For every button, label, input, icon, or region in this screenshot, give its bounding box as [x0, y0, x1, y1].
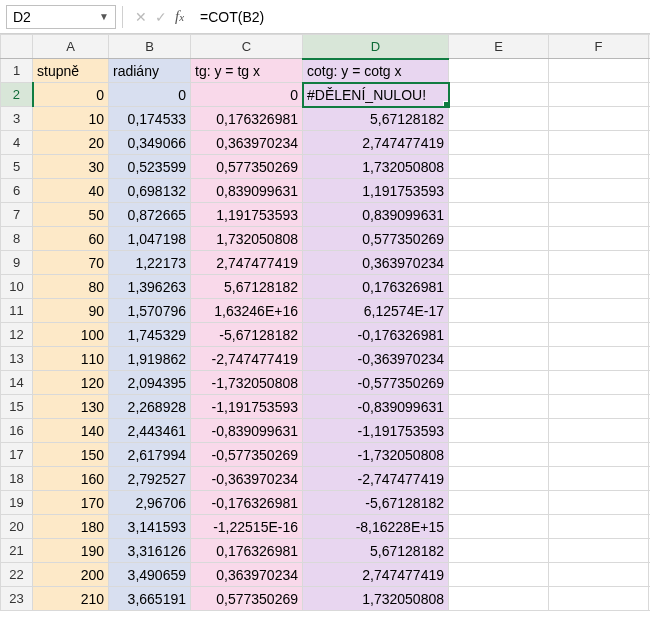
formula-input[interactable]: [196, 5, 644, 29]
cell-D6[interactable]: 1,191753593: [303, 179, 449, 203]
cell-F19[interactable]: [549, 491, 649, 515]
cell-B13[interactable]: 1,919862: [109, 347, 191, 371]
cell-B18[interactable]: 2,792527: [109, 467, 191, 491]
cell-D17[interactable]: -1,732050808: [303, 443, 449, 467]
cell-A10[interactable]: 80: [33, 275, 109, 299]
cell-F23[interactable]: [549, 587, 649, 611]
cell-E11[interactable]: [449, 299, 549, 323]
cell-E9[interactable]: [449, 251, 549, 275]
cell-A17[interactable]: 150: [33, 443, 109, 467]
cell-E6[interactable]: [449, 179, 549, 203]
cell-B8[interactable]: 1,047198: [109, 227, 191, 251]
row-header[interactable]: 4: [1, 131, 33, 155]
col-header-F[interactable]: F: [549, 35, 649, 59]
cell-B22[interactable]: 3,490659: [109, 563, 191, 587]
cell-F22[interactable]: [549, 563, 649, 587]
cell-A8[interactable]: 60: [33, 227, 109, 251]
cell-D1[interactable]: cotg: y = cotg x: [303, 59, 449, 83]
cell-C14[interactable]: -1,732050808: [191, 371, 303, 395]
cell-A13[interactable]: 110: [33, 347, 109, 371]
cell-A16[interactable]: 140: [33, 419, 109, 443]
cell-D14[interactable]: -0,577350269: [303, 371, 449, 395]
cell-B6[interactable]: 0,698132: [109, 179, 191, 203]
cell-C7[interactable]: 1,191753593: [191, 203, 303, 227]
row-header[interactable]: 13: [1, 347, 33, 371]
cell-E19[interactable]: [449, 491, 549, 515]
cell-B12[interactable]: 1,745329: [109, 323, 191, 347]
cell-C11[interactable]: 1,63246E+16: [191, 299, 303, 323]
cell-E23[interactable]: [449, 587, 549, 611]
cell-E17[interactable]: [449, 443, 549, 467]
cell-C3[interactable]: 0,176326981: [191, 107, 303, 131]
cell-B19[interactable]: 2,96706: [109, 491, 191, 515]
cell-B5[interactable]: 0,523599: [109, 155, 191, 179]
cell-A21[interactable]: 190: [33, 539, 109, 563]
cell-F11[interactable]: [549, 299, 649, 323]
cell-C5[interactable]: 0,577350269: [191, 155, 303, 179]
cell-F21[interactable]: [549, 539, 649, 563]
cell-E21[interactable]: [449, 539, 549, 563]
name-box[interactable]: D2 ▼: [6, 5, 116, 29]
cell-E10[interactable]: [449, 275, 549, 299]
cell-C15[interactable]: -1,191753593: [191, 395, 303, 419]
cell-E2[interactable]: [449, 83, 549, 107]
cell-E4[interactable]: [449, 131, 549, 155]
cell-B16[interactable]: 2,443461: [109, 419, 191, 443]
cell-F20[interactable]: [549, 515, 649, 539]
cell-F3[interactable]: [549, 107, 649, 131]
cell-E3[interactable]: [449, 107, 549, 131]
cell-C23[interactable]: 0,577350269: [191, 587, 303, 611]
cell-D7[interactable]: 0,839099631: [303, 203, 449, 227]
cell-A4[interactable]: 20: [33, 131, 109, 155]
cell-C19[interactable]: -0,176326981: [191, 491, 303, 515]
cell-E14[interactable]: [449, 371, 549, 395]
chevron-down-icon[interactable]: ▼: [99, 11, 109, 22]
cell-A20[interactable]: 180: [33, 515, 109, 539]
cell-D2[interactable]: #DĚLENÍ_NULOU!: [303, 83, 449, 107]
cell-E1[interactable]: [449, 59, 549, 83]
cell-F4[interactable]: [549, 131, 649, 155]
cell-B3[interactable]: 0,174533: [109, 107, 191, 131]
cell-E5[interactable]: [449, 155, 549, 179]
col-header-D[interactable]: D: [303, 35, 449, 59]
cell-D12[interactable]: -0,176326981: [303, 323, 449, 347]
cell-C16[interactable]: -0,839099631: [191, 419, 303, 443]
cell-D15[interactable]: -0,839099631: [303, 395, 449, 419]
cell-C13[interactable]: -2,747477419: [191, 347, 303, 371]
spreadsheet-grid[interactable]: A B C D E F G 1stupněradiánytg: y = tg x…: [0, 34, 650, 611]
cell-B20[interactable]: 3,141593: [109, 515, 191, 539]
row-header[interactable]: 22: [1, 563, 33, 587]
cell-D3[interactable]: 5,67128182: [303, 107, 449, 131]
cell-D22[interactable]: 2,747477419: [303, 563, 449, 587]
cell-A18[interactable]: 160: [33, 467, 109, 491]
row-header[interactable]: 1: [1, 59, 33, 83]
cell-D21[interactable]: 5,67128182: [303, 539, 449, 563]
cell-D13[interactable]: -0,363970234: [303, 347, 449, 371]
cell-C22[interactable]: 0,363970234: [191, 563, 303, 587]
row-header[interactable]: 9: [1, 251, 33, 275]
cell-E16[interactable]: [449, 419, 549, 443]
cell-A2[interactable]: 0: [33, 83, 109, 107]
cell-C1[interactable]: tg: y = tg x: [191, 59, 303, 83]
cell-F6[interactable]: [549, 179, 649, 203]
col-header-C[interactable]: C: [191, 35, 303, 59]
cell-A15[interactable]: 130: [33, 395, 109, 419]
cell-F14[interactable]: [549, 371, 649, 395]
row-header[interactable]: 2: [1, 83, 33, 107]
cell-B11[interactable]: 1,570796: [109, 299, 191, 323]
cell-F1[interactable]: [549, 59, 649, 83]
row-header[interactable]: 12: [1, 323, 33, 347]
cell-F5[interactable]: [549, 155, 649, 179]
cell-A12[interactable]: 100: [33, 323, 109, 347]
cell-F9[interactable]: [549, 251, 649, 275]
col-header-B[interactable]: B: [109, 35, 191, 59]
cell-B10[interactable]: 1,396263: [109, 275, 191, 299]
cell-F16[interactable]: [549, 419, 649, 443]
cell-E22[interactable]: [449, 563, 549, 587]
cell-F10[interactable]: [549, 275, 649, 299]
cell-E13[interactable]: [449, 347, 549, 371]
cell-A6[interactable]: 40: [33, 179, 109, 203]
cell-A5[interactable]: 30: [33, 155, 109, 179]
cell-B7[interactable]: 0,872665: [109, 203, 191, 227]
row-header[interactable]: 15: [1, 395, 33, 419]
